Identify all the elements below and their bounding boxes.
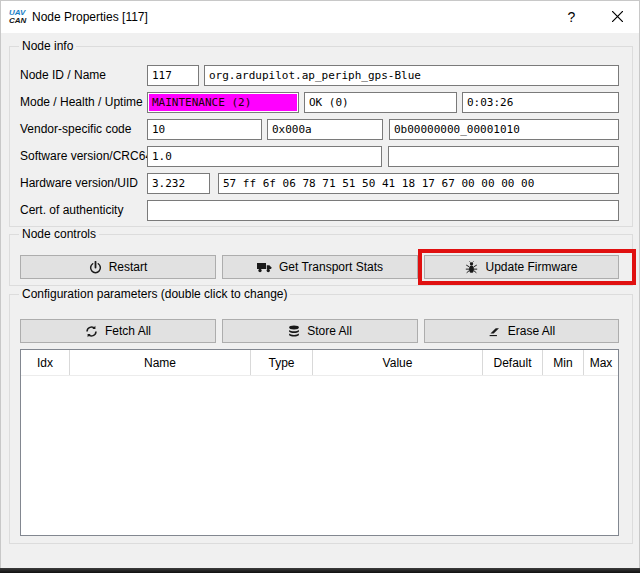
fetch-all-button-label: Fetch All <box>105 324 151 338</box>
node-name-field[interactable]: org.ardupilot.ap_periph_gps-Blue <box>204 65 619 86</box>
software-crc64-field[interactable] <box>388 146 619 167</box>
get-transport-stats-button-label: Get Transport Stats <box>279 260 383 274</box>
hardware-uid-field[interactable]: 57 ff 6f 06 78 71 51 50 41 18 17 67 00 0… <box>218 173 619 194</box>
software-version-field[interactable]: 1.0 <box>147 146 382 167</box>
header-value[interactable]: Value <box>313 350 483 375</box>
bug-icon <box>465 261 478 274</box>
power-icon <box>89 261 102 274</box>
hardware-version-field[interactable]: 3.232 <box>147 173 210 194</box>
get-transport-stats-button[interactable]: Get Transport Stats <box>222 255 418 279</box>
vendor-hex-field[interactable]: 0x000a <box>267 119 383 140</box>
cert-label: Cert. of authenticity <box>20 203 123 217</box>
logo-line-can: CAN <box>9 17 26 25</box>
node-properties-dialog: UAV CAN Node Properties [117] ? Node inf… <box>0 0 640 568</box>
store-all-button[interactable]: Store All <box>222 319 418 343</box>
parameters-table-body[interactable] <box>21 376 618 535</box>
database-icon <box>288 325 300 338</box>
uavcan-logo-icon: UAV CAN <box>9 9 26 25</box>
node-info-group-label: Node info <box>19 39 76 53</box>
header-type[interactable]: Type <box>251 350 313 375</box>
fetch-all-button[interactable]: Fetch All <box>20 319 216 343</box>
header-max[interactable]: Max <box>584 350 618 375</box>
mode-field[interactable]: MAINTENANCE (2) <box>147 92 299 113</box>
uptime-field[interactable]: 0:03:26 <box>462 92 619 113</box>
close-button[interactable] <box>595 1 640 33</box>
erase-all-button[interactable]: Erase All <box>424 319 619 343</box>
restart-button-label: Restart <box>109 260 148 274</box>
eraser-icon <box>488 326 501 337</box>
help-button[interactable]: ? <box>549 1 594 33</box>
node-controls-group: Node controls Restart Get Transport Stat… <box>9 234 633 286</box>
header-name[interactable]: Name <box>70 350 251 375</box>
node-id-label: Node ID / Name <box>20 68 106 82</box>
vendor-dec-field[interactable]: 10 <box>147 119 262 140</box>
refresh-icon <box>85 325 98 338</box>
parameters-table: Idx Name Type Value Default Min Max <box>20 349 619 536</box>
update-firmware-button-label: Update Firmware <box>485 260 577 274</box>
help-icon: ? <box>568 9 576 25</box>
close-icon <box>612 9 623 25</box>
store-all-button-label: Store All <box>307 324 352 338</box>
parameters-table-header: Idx Name Type Value Default Min Max <box>21 350 618 376</box>
truck-icon <box>257 262 272 273</box>
header-min[interactable]: Min <box>543 350 584 375</box>
vendor-bin-field[interactable]: 0b00000000_00001010 <box>389 119 619 140</box>
config-params-group: Configuration parameters (double click t… <box>9 294 633 544</box>
hardware-version-label: Hardware version/UID <box>20 176 138 190</box>
header-idx[interactable]: Idx <box>21 350 70 375</box>
update-firmware-button[interactable]: Update Firmware <box>424 255 619 279</box>
erase-all-button-label: Erase All <box>508 324 555 338</box>
software-version-label: Software version/CRC64 <box>20 149 152 163</box>
node-id-field[interactable]: 117 <box>147 65 199 86</box>
window-title: Node Properties [117] <box>32 10 148 24</box>
vendor-code-label: Vendor-specific code <box>20 122 131 136</box>
health-field[interactable]: OK (0) <box>304 92 457 113</box>
restart-button[interactable]: Restart <box>20 255 216 279</box>
background-window-edge <box>0 568 640 573</box>
cert-field[interactable] <box>147 200 619 221</box>
config-params-group-label: Configuration parameters (double click t… <box>19 287 290 301</box>
header-default[interactable]: Default <box>483 350 543 375</box>
node-controls-group-label: Node controls <box>19 227 99 241</box>
node-info-group: Node info Node ID / Name 117 org.ardupil… <box>9 46 633 227</box>
mode-health-uptime-label: Mode / Health / Uptime <box>20 95 143 109</box>
title-bar[interactable]: UAV CAN Node Properties [117] ? <box>1 1 639 33</box>
